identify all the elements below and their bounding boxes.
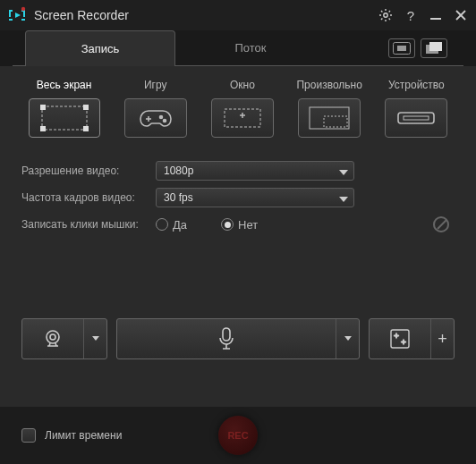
svg-rect-9	[430, 18, 441, 20]
title-bar: Screen Recorder ?	[0, 0, 476, 30]
time-limit-label: Лимит времени	[45, 429, 122, 442]
svg-point-35	[50, 334, 55, 340]
gamepad-icon[interactable]	[124, 98, 187, 138]
record-clicks-label: Записать клики мышки:	[21, 218, 156, 231]
svg-rect-4	[9, 19, 13, 21]
effects-add-button[interactable]: +	[430, 319, 454, 359]
svg-marker-36	[92, 336, 99, 341]
svg-point-7	[21, 7, 25, 11]
settings-group: Разрешение видео: 1080p Частота кадров в…	[21, 157, 455, 238]
fullscreen-icon[interactable]	[29, 98, 100, 138]
framerate-label: Частота кадров видео:	[21, 191, 156, 204]
svg-point-34	[47, 331, 59, 343]
tab-record-label: Запись	[81, 42, 120, 55]
help-icon[interactable]: ?	[403, 7, 419, 23]
resolution-select[interactable]: 1080p	[156, 161, 354, 181]
webcam-button[interactable]	[21, 318, 107, 359]
settings-icon[interactable]	[378, 7, 394, 23]
mode-game-label: Игру	[144, 79, 167, 93]
svg-rect-5	[21, 19, 25, 21]
svg-rect-31	[404, 116, 429, 120]
tab-record[interactable]: Запись	[25, 30, 175, 66]
mode-device-label: Устройство	[388, 79, 445, 93]
custom-area-icon[interactable]	[298, 98, 361, 138]
capture-mode-row: Весь экран Игру Окно Произвольно Устройс…	[21, 79, 455, 138]
svg-rect-16	[42, 106, 87, 130]
svg-rect-13	[397, 46, 406, 51]
mode-custom[interactable]: Произвольно	[292, 79, 368, 138]
mode-custom-label: Произвольно	[296, 79, 361, 93]
svg-rect-39	[391, 330, 409, 348]
mode-window-label: Окно	[230, 79, 255, 93]
effects-button[interactable]: +	[369, 318, 455, 359]
tab-stream-label: Поток	[234, 41, 266, 55]
svg-rect-20	[83, 126, 89, 131]
svg-rect-18	[83, 105, 89, 110]
clicks-no-radio[interactable]: Нет	[221, 218, 258, 232]
minimize-button[interactable]	[428, 7, 444, 23]
clicks-no-label: Нет	[238, 218, 258, 232]
device-icon[interactable]	[385, 98, 447, 138]
svg-marker-32	[339, 170, 348, 175]
app-logo-icon	[7, 5, 27, 25]
chevron-down-icon	[339, 194, 348, 207]
record-button-label: REC	[227, 430, 248, 441]
svg-marker-38	[344, 336, 352, 341]
svg-rect-1	[9, 10, 11, 17]
clicks-yes-radio[interactable]: Да	[156, 218, 187, 232]
mode-fullscreen-label: Весь экран	[37, 79, 92, 93]
mode-device[interactable]: Устройство	[378, 79, 455, 138]
tab-stream[interactable]: Поток	[175, 30, 326, 66]
record-button[interactable]: REC	[218, 416, 258, 455]
device-bar: +	[21, 318, 455, 359]
mode-fullscreen[interactable]: Весь экран	[21, 79, 106, 138]
svg-marker-6	[15, 13, 21, 18]
webcam-dropdown[interactable]	[83, 319, 106, 359]
mode-game[interactable]: Игру	[117, 79, 193, 138]
svg-rect-37	[223, 328, 230, 341]
framerate-select[interactable]: 30 fps	[156, 188, 354, 207]
framerate-value: 30 fps	[164, 191, 193, 204]
app-title: Screen Recorder	[34, 8, 378, 22]
microphone-dropdown[interactable]	[336, 319, 359, 359]
disabled-icon	[433, 216, 449, 232]
svg-rect-17	[40, 105, 46, 110]
svg-point-8	[384, 13, 387, 17]
svg-rect-28	[310, 107, 349, 129]
svg-rect-29	[324, 116, 347, 127]
microphone-button[interactable]	[116, 318, 360, 359]
svg-rect-15	[429, 42, 442, 51]
clicks-yes-label: Да	[173, 218, 187, 232]
view-mode-stacked-icon[interactable]	[421, 38, 447, 58]
close-button[interactable]	[453, 7, 469, 23]
footer-bar: Лимит времени REC	[0, 407, 476, 464]
microphone-icon[interactable]	[117, 319, 336, 359]
svg-point-24	[163, 120, 166, 122]
main-panel: Весь экран Игру Окно Произвольно Устройс…	[0, 66, 476, 368]
resolution-value: 1080p	[164, 165, 193, 177]
resolution-label: Разрешение видео:	[21, 165, 156, 177]
tab-bar: Запись Поток	[0, 30, 476, 66]
view-mode-contained-icon[interactable]	[388, 38, 415, 58]
mode-window[interactable]: Окно	[204, 79, 280, 138]
svg-rect-3	[23, 10, 25, 17]
time-limit-checkbox[interactable]	[21, 428, 36, 443]
svg-marker-33	[339, 197, 348, 202]
window-icon[interactable]	[211, 98, 274, 138]
radio-icon	[156, 218, 168, 231]
webcam-icon[interactable]	[22, 319, 83, 359]
radio-icon	[221, 218, 234, 231]
effects-icon[interactable]	[370, 319, 430, 359]
svg-rect-19	[40, 126, 46, 131]
svg-point-23	[159, 116, 162, 119]
chevron-down-icon	[339, 167, 348, 180]
